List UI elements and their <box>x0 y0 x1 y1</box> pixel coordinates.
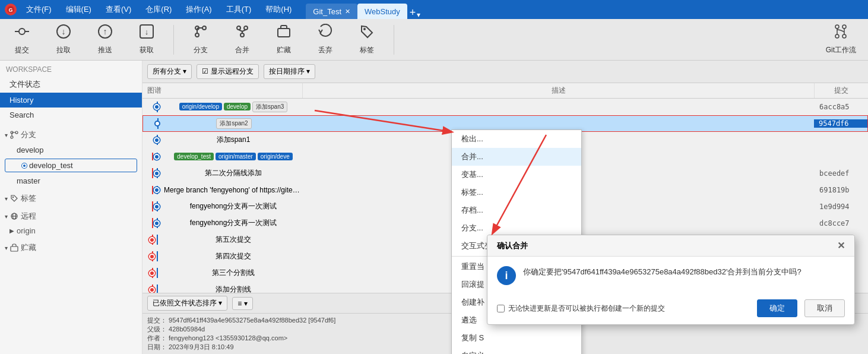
sort-by-date-filter[interactable]: 按日期排序 ▾ <box>264 64 315 79</box>
commit-hash: 6acc8a5 <box>815 103 868 111</box>
sidebar-history[interactable]: History <box>0 93 142 108</box>
toolbar-merge[interactable]: 合并 <box>227 21 257 58</box>
commit-hash: 691819b <box>815 186 868 194</box>
toolbar-fetch[interactable]: ↓ 获取 <box>132 21 161 58</box>
sidebar-remote-origin[interactable]: ▶ origin <box>0 224 142 238</box>
svg-point-16 <box>244 26 248 30</box>
menu-repo[interactable]: 仓库(R) <box>143 3 174 16</box>
svg-point-12 <box>202 26 206 30</box>
commit-label: 第二次分隔线添加 <box>183 168 262 178</box>
branches-chevron: ▾ <box>5 132 8 138</box>
dialog-footer: 无论快进更新是否可以被执行都创建一个新的提交 确定 取消 <box>487 295 854 324</box>
commit-label: 添加分割线 <box>194 285 251 293</box>
menu-archive[interactable]: 存档... <box>452 201 581 219</box>
toolbar-pull[interactable]: ↓ 拉取 <box>49 21 78 58</box>
toolbar-separator-2 <box>394 25 394 55</box>
develop-test-label: develop_test <box>29 161 73 170</box>
commit-hash: bceedef <box>815 169 868 178</box>
dialog-close-button[interactable]: ✕ <box>837 240 845 251</box>
toolbar-stash[interactable]: 贮藏 <box>269 21 299 58</box>
sort-by-file-status[interactable]: 已依照文件状态排序 ▾ <box>147 296 227 311</box>
sidebar-branches-group[interactable]: ▾ 分支 <box>0 127 142 143</box>
sidebar-remote-group[interactable]: ▾ 远程 <box>0 208 142 224</box>
menu-edit[interactable]: 编辑(E) <box>64 3 94 16</box>
svg-point-28 <box>15 131 18 134</box>
discard-icon <box>318 24 333 43</box>
svg-point-29 <box>11 136 13 138</box>
menu-help[interactable]: 帮助(H) <box>263 3 294 16</box>
table-row[interactable]: origin/develop develop 添加span3 6acc8a5 <box>142 99 868 115</box>
branch-icon <box>193 24 208 43</box>
menu-tag[interactable]: 标签... <box>452 184 581 201</box>
commit-label: fengyehong分支再一次测试 <box>169 218 277 228</box>
tab-add-button[interactable]: + <box>410 7 416 19</box>
svg-point-24 <box>842 34 846 38</box>
sidebar-stash-group[interactable]: ▾ 贮藏 <box>0 240 142 255</box>
tag-develop-test: develop_test <box>174 153 214 160</box>
menu-rebase[interactable]: 变基... <box>452 166 581 184</box>
tab-dropdown-arrow[interactable]: ▾ <box>417 11 420 19</box>
pull-icon: ↓ <box>56 24 71 43</box>
dialog-body: i 你确定要把'9547df641ff439a4e9653275e8a4a492… <box>487 257 854 295</box>
menu-merge[interactable]: 合并... <box>452 148 581 166</box>
filter-bar: 所有分支 ▾ ☑ 显示远程分支 按日期排序 ▾ <box>142 61 868 83</box>
dialog-header: 确认合并 ✕ <box>487 235 854 257</box>
tag-icon <box>359 24 375 43</box>
svg-point-2 <box>19 29 25 34</box>
tag-add-span3: 添加span3 <box>252 102 287 112</box>
tab-git-test[interactable]: Git_Test ✕ <box>306 4 357 19</box>
toolbar-tag[interactable]: 标签 <box>352 21 382 58</box>
toolbar: 提交 ↓ 拉取 ↑ 推送 ↓ 获取 分支 合并 <box>0 19 868 61</box>
menu-view[interactable]: 查看(V) <box>103 3 134 16</box>
menu-tools[interactable]: 工具(T) <box>224 3 254 16</box>
push-icon: ↑ <box>97 24 113 43</box>
sidebar-search[interactable]: Search <box>0 108 142 122</box>
tab-close-git-test[interactable]: ✕ <box>345 8 350 15</box>
title-bar: G 文件(F) 编辑(E) 查看(V) 仓库(R) 操作(A) 工具(T) 帮助… <box>0 0 868 19</box>
menu-copy[interactable]: 复制 S <box>452 329 581 347</box>
menu-custom[interactable]: 自定义 <box>452 347 581 354</box>
desc-header: 描述 <box>303 83 815 98</box>
commit-label: fengyehong分支再一次测试 <box>169 201 277 211</box>
branches-label: 分支 <box>21 129 36 140</box>
tags-chevron: ▾ <box>5 195 8 202</box>
dialog-checkbox-input[interactable] <box>497 305 505 312</box>
all-branches-filter[interactable]: 所有分支 ▾ <box>147 64 192 79</box>
sidebar-branch-master[interactable]: master <box>0 173 142 188</box>
show-remote-filter[interactable]: ☑ 显示远程分支 <box>197 64 258 79</box>
sidebar-branch-develop-test[interactable]: develop_test <box>5 159 137 172</box>
svg-point-31 <box>12 197 14 198</box>
view-mode-btn[interactable]: ≡ ▾ <box>232 297 252 310</box>
tags-icon <box>10 194 18 203</box>
commit-hash-highlighted: 9547df6 <box>814 119 867 128</box>
dialog-message: 你确定要把'9547df641ff439a4e9653275e8a4a492f8… <box>523 266 802 279</box>
app-logo: G <box>5 4 17 15</box>
toolbar-discard[interactable]: 丢弃 <box>311 21 340 58</box>
svg-point-23 <box>835 34 839 38</box>
menu-action[interactable]: 操作(A) <box>183 3 214 16</box>
sidebar-file-status[interactable]: 文件状态 <box>0 76 142 93</box>
remote-icon <box>10 212 18 220</box>
commit-label: 第五次提交 <box>194 235 251 245</box>
dialog-checkbox-label[interactable]: 无论快进更新是否可以被执行都创建一个新的提交 <box>497 304 750 314</box>
toolbar-branch[interactable]: 分支 <box>186 21 216 58</box>
toolbar-git-flow[interactable]: Git工作流 <box>821 21 861 58</box>
git-flow-icon <box>833 24 848 43</box>
toolbar-push[interactable]: ↑ 推送 <box>90 21 120 58</box>
merge-icon <box>235 24 250 43</box>
svg-rect-19 <box>278 29 290 37</box>
tag-add-span2: 添加span2 <box>216 118 251 129</box>
dialog-confirm-button[interactable]: 确定 <box>757 299 797 317</box>
sidebar-branch-develop[interactable]: develop <box>0 143 142 157</box>
toolbar-commit[interactable]: 提交 <box>7 21 37 58</box>
stash-label: 贮藏 <box>21 242 36 253</box>
menu-file[interactable]: 文件(F) <box>24 3 54 16</box>
svg-point-22 <box>842 25 846 29</box>
dialog-checkbox-text: 无论快进更新是否可以被执行都创建一个新的提交 <box>508 304 665 314</box>
dialog-cancel-button[interactable]: 取消 <box>804 299 845 317</box>
tab-webstudy[interactable]: WebStudy <box>357 4 407 19</box>
svg-text:↓: ↓ <box>62 27 66 36</box>
sidebar-tags-group[interactable]: ▾ 标签 <box>0 191 142 206</box>
menu-checkout[interactable]: 检出... <box>452 130 581 148</box>
commit-hash: dc8cce7 <box>815 219 868 227</box>
